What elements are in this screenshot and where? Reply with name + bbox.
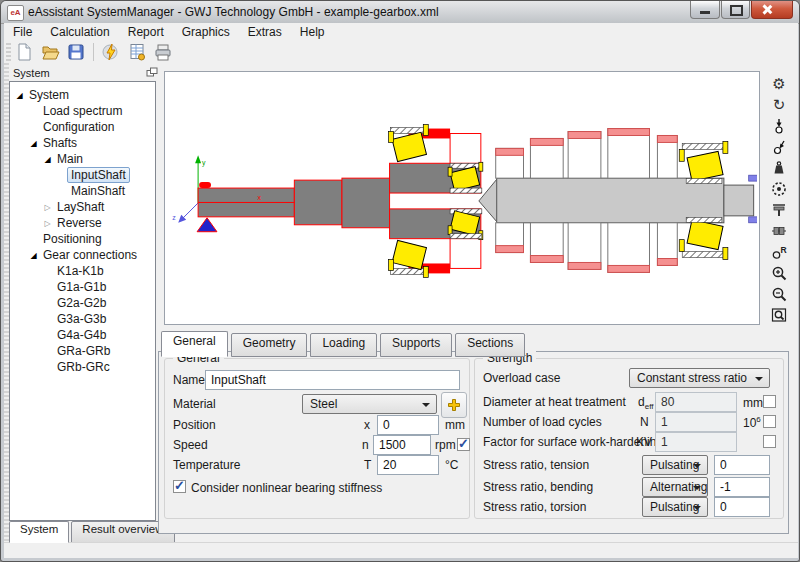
zoom-out-button[interactable] <box>766 283 792 304</box>
tree-item-configuration[interactable]: Configuration <box>10 119 155 135</box>
menu-help[interactable]: Help <box>291 24 334 40</box>
add-moment-button[interactable] <box>766 136 792 157</box>
temperature-row: Temperature T °C <box>165 455 469 475</box>
app-icon: eA <box>7 5 24 21</box>
speed-checkbox[interactable] <box>457 438 470 451</box>
stress-bending-input[interactable] <box>714 477 770 497</box>
tree-item-load-spectrum[interactable]: Load spectrum <box>10 103 155 119</box>
force-arrow-icon <box>771 118 787 134</box>
stress-tension-input[interactable] <box>714 455 770 475</box>
add-coupling-button[interactable] <box>766 220 792 241</box>
tree-item-mainshaft[interactable]: MainShaft <box>10 183 155 199</box>
svg-text:y: y <box>202 159 206 167</box>
stress-bending-dropdown[interactable]: Alternating <box>642 477 708 497</box>
close-button[interactable] <box>751 1 793 19</box>
tree-item-g4a-g4b[interactable]: G4a-G4b <box>10 327 155 343</box>
tree-item-reverse[interactable]: Reverse <box>10 215 155 231</box>
minimize-button[interactable] <box>690 1 720 19</box>
main-toolbar <box>4 41 798 64</box>
speed-input[interactable] <box>373 435 431 455</box>
add-force-button[interactable] <box>766 115 792 136</box>
settings-button[interactable]: ⚙ <box>766 73 792 94</box>
tree-item-inputshaft[interactable]: InputShaft <box>10 167 155 183</box>
svg-text:z: z <box>172 214 176 221</box>
shaft-drawing-canvas[interactable]: y z x <box>164 71 760 325</box>
tab-sections[interactable]: Sections <box>455 333 525 357</box>
add-bearing-button[interactable] <box>766 178 792 199</box>
tree-item-gra-grb[interactable]: GRa-GRb <box>10 343 155 359</box>
tab-system[interactable]: System <box>9 521 69 543</box>
new-document-button[interactable] <box>11 42 37 63</box>
tree-item-gear-connections[interactable]: Gear connections <box>10 247 155 263</box>
tab-geometry[interactable]: Geometry <box>231 333 308 357</box>
float-panel-icon[interactable] <box>146 67 158 78</box>
detail-tabs: General Geometry Loading Supports Sectio… <box>161 331 528 352</box>
tab-general[interactable]: General <box>161 331 228 357</box>
menu-calculation[interactable]: Calculation <box>41 24 118 40</box>
shaft-rotation-button[interactable]: ↻ <box>766 94 792 115</box>
zoom-in-button[interactable] <box>766 262 792 283</box>
temperature-label: Temperature <box>173 458 240 472</box>
temperature-input[interactable] <box>377 455 439 475</box>
toolbar-separator <box>93 43 94 61</box>
maximize-button[interactable] <box>721 1 750 19</box>
material-dropdown[interactable]: Steel <box>302 394 437 414</box>
zoom-fit-button[interactable] <box>766 304 792 325</box>
menu-report[interactable]: Report <box>119 24 173 40</box>
client-area: System System Load spectrum Configuratio… <box>4 63 798 542</box>
expander-icon[interactable] <box>28 251 39 260</box>
menu-file[interactable]: File <box>4 24 41 40</box>
tree-item-layshaft[interactable]: LayShaft <box>10 199 155 215</box>
menu-extras[interactable]: Extras <box>239 24 291 40</box>
tree-item-grb-grc[interactable]: GRb-GRc <box>10 359 155 375</box>
tab-supports[interactable]: Supports <box>380 333 452 357</box>
tab-loading[interactable]: Loading <box>310 333 377 357</box>
speed-symbol: n <box>362 438 369 452</box>
overload-dropdown[interactable]: Constant stress ratio <box>629 368 770 388</box>
tree-item-g1a-g1b[interactable]: G1a-G1b <box>10 279 155 295</box>
expander-icon[interactable] <box>14 91 25 100</box>
position-input[interactable] <box>377 415 439 435</box>
app-window: eA eAssistant SystemManager - GWJ Techno… <box>0 0 800 562</box>
work-hardening-checkbox[interactable] <box>763 435 776 448</box>
stress-torsion-input[interactable] <box>714 497 770 517</box>
add-support-button[interactable] <box>766 199 792 220</box>
load-cycles-input[interactable] <box>655 412 737 432</box>
stress-torsion-label: Stress ratio, torsion <box>483 500 586 514</box>
menu-graphics[interactable]: Graphics <box>173 24 239 40</box>
calculate-button[interactable] <box>98 42 124 63</box>
diameter-checkbox[interactable] <box>763 395 776 408</box>
diameter-input[interactable] <box>655 392 737 412</box>
stress-tension-dropdown[interactable]: Pulsating <box>642 455 708 475</box>
stress-bending-row: Stress ratio, bending Alternating <box>475 477 783 497</box>
diameter-row: Diameter at heat treatment deff mm <box>475 392 783 412</box>
work-hardening-input[interactable] <box>655 432 737 452</box>
expander-icon[interactable] <box>42 155 53 164</box>
print-button[interactable] <box>150 42 176 63</box>
gear-icon: ⚙ <box>772 75 785 93</box>
load-cycles-unit: 106 <box>743 415 761 430</box>
tree-item-system[interactable]: System <box>10 87 155 103</box>
tree-item-shafts[interactable]: Shafts <box>10 135 155 151</box>
stress-tension-label: Stress ratio, tension <box>483 458 589 472</box>
expander-icon[interactable] <box>42 219 53 228</box>
add-mass-button[interactable] <box>766 157 792 178</box>
nonlinear-checkbox[interactable] <box>173 480 186 493</box>
zoom-out-icon <box>771 286 787 302</box>
report-button[interactable] <box>124 42 150 63</box>
expander-icon[interactable] <box>28 139 39 148</box>
tree-item-k1a-k1b[interactable]: K1a-K1b <box>10 263 155 279</box>
tree-item-positioning[interactable]: Positioning <box>10 231 155 247</box>
expander-icon[interactable] <box>42 203 53 212</box>
title-bar[interactable]: eA eAssistant SystemManager - GWJ Techno… <box>1 1 799 24</box>
stress-torsion-dropdown[interactable]: Pulsating <box>642 497 708 517</box>
reset-view-button[interactable]: R <box>766 241 792 262</box>
tree-item-g3a-g3b[interactable]: G3a-G3b <box>10 311 155 327</box>
load-cycles-checkbox[interactable] <box>763 415 776 428</box>
save-file-button[interactable] <box>63 42 89 63</box>
open-file-button[interactable] <box>37 42 63 63</box>
name-input[interactable] <box>205 370 460 390</box>
tree-item-g2a-g2b[interactable]: G2a-G2b <box>10 295 155 311</box>
tree-item-main[interactable]: Main <box>10 151 155 167</box>
strength-group: Strength Overload case Constant stress r… <box>474 358 784 519</box>
